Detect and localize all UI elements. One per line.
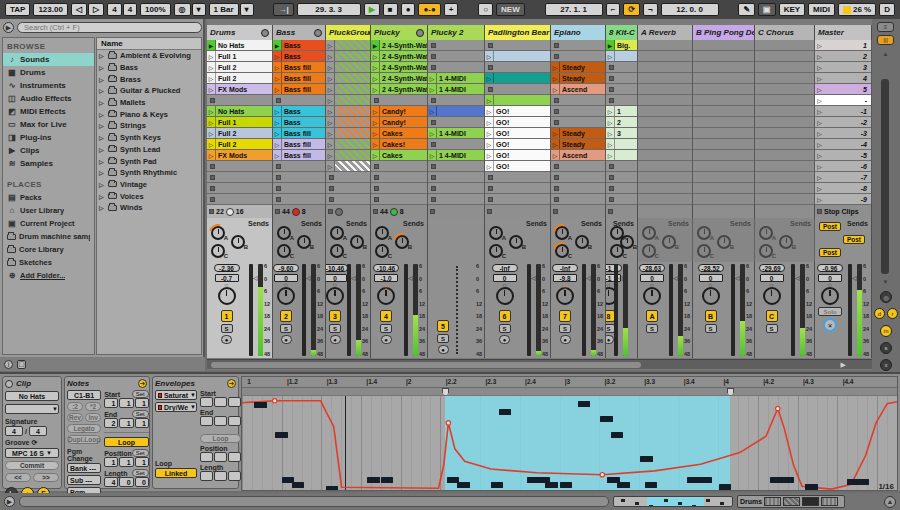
clip-play-icon[interactable]: ▷ xyxy=(207,139,216,149)
clip-slot[interactable] xyxy=(693,128,754,139)
track-header-b-ping-pong-delay[interactable]: B Ping Pong Delay xyxy=(693,25,755,40)
clip-slot[interactable] xyxy=(371,194,427,205)
clip-slot[interactable]: ▷ xyxy=(326,161,370,172)
fader-lane[interactable]: ◁6061218243648 xyxy=(344,262,370,358)
volume-display[interactable]: -28.63 xyxy=(639,264,665,272)
volume-display[interactable]: -9.60 xyxy=(273,264,299,272)
clip-slot[interactable] xyxy=(371,183,427,194)
clip-slot[interactable] xyxy=(551,194,605,205)
clip-slot[interactable]: ▷GO! xyxy=(485,150,550,161)
clip[interactable]: ▷ xyxy=(606,51,637,61)
clip-slot[interactable] xyxy=(638,106,692,117)
sub-select[interactable]: Sub --- xyxy=(67,475,101,485)
clip[interactable]: ▷Full 2 xyxy=(207,73,272,83)
expand-triangle-icon[interactable]: ▷ xyxy=(99,52,105,59)
solo-button[interactable]: S xyxy=(705,324,717,333)
env-len-beats[interactable] xyxy=(214,471,227,481)
track-stop-button[interactable] xyxy=(209,209,214,214)
send-b-knob[interactable]: B xyxy=(779,235,793,249)
scroll-down-arrow[interactable]: ▼ xyxy=(877,277,894,287)
clip-stop-button[interactable] xyxy=(431,120,436,125)
solo-button[interactable]: S xyxy=(380,324,392,333)
expand-triangle-icon[interactable]: ▷ xyxy=(99,87,105,94)
clip-play-icon[interactable]: ▷ xyxy=(273,84,282,94)
clip-play-icon[interactable]: ▷ xyxy=(606,139,615,149)
send-b-knob[interactable]: B xyxy=(297,235,311,249)
clip-slot[interactable] xyxy=(326,194,370,205)
clip-slot[interactable] xyxy=(755,150,814,161)
clip-slot[interactable]: ▷Bass xyxy=(273,51,325,62)
clip-slot[interactable] xyxy=(755,183,814,194)
reverse-button[interactable]: Rev xyxy=(67,413,83,422)
clip-play-icon[interactable]: ▷ xyxy=(485,73,494,83)
show-io-toggle[interactable]: ◎ xyxy=(880,291,892,303)
clip-play-icon[interactable]: ▷ xyxy=(606,117,615,127)
clip-slot[interactable] xyxy=(693,73,754,84)
fader-thumb[interactable]: ◁ xyxy=(618,274,623,281)
clip-slot[interactable]: ▷ xyxy=(326,51,370,62)
clip[interactable]: ▷1 4-MIDI xyxy=(428,128,484,138)
clip-stop-button[interactable] xyxy=(488,197,493,202)
clip-slot[interactable] xyxy=(207,95,272,106)
clip-play-icon[interactable]: ▷ xyxy=(326,40,335,50)
group-slot[interactable]: ▷ xyxy=(326,51,370,61)
clip-slot[interactable]: ▷GO! xyxy=(485,106,550,117)
clip-slot[interactable]: ▷ xyxy=(606,150,637,161)
expand-triangle-icon[interactable]: ▷ xyxy=(99,111,105,118)
clip-play-icon[interactable]: ▷ xyxy=(371,51,380,61)
clip-stop-button[interactable] xyxy=(431,175,436,180)
clip[interactable]: ▷No Hats xyxy=(207,106,272,116)
clip-slot[interactable] xyxy=(755,62,814,73)
midi-note[interactable] xyxy=(640,456,652,462)
send-a-knob[interactable]: A xyxy=(277,226,291,240)
solo-button[interactable]: S xyxy=(766,324,778,333)
clip-slot[interactable]: ▷1 4-MIDI xyxy=(428,73,484,84)
track-number-button[interactable]: 2 xyxy=(280,310,292,322)
clip-slot[interactable]: ▷Ascend xyxy=(551,84,605,95)
env-end-beats[interactable] xyxy=(214,416,227,426)
clip-play-icon[interactable]: ▷ xyxy=(551,150,560,160)
clip[interactable]: ▷Full 1 xyxy=(207,117,272,127)
clip-slot[interactable] xyxy=(273,161,325,172)
clip[interactable]: ▶Bass xyxy=(273,40,325,50)
fader-thumb[interactable]: ◁ xyxy=(253,274,258,281)
fader-lane[interactable]: ◁6061218243648 xyxy=(299,262,325,358)
clip-slot[interactable] xyxy=(638,40,692,51)
group-slot[interactable]: ▷ xyxy=(326,84,370,94)
scene-row[interactable]: ▷-7 xyxy=(815,172,871,182)
stop-clips-label[interactable]: Stop Clips xyxy=(824,208,859,215)
volume-display[interactable]: -2.36 xyxy=(214,264,240,272)
clip-stop-button[interactable] xyxy=(488,43,493,48)
sidebar-item-instruments[interactable]: ∿Instruments xyxy=(3,79,94,92)
clip-slot[interactable] xyxy=(428,183,484,194)
pan-knob[interactable]: ▽ xyxy=(763,287,781,305)
pan-knob[interactable]: ▽ xyxy=(702,287,720,305)
clip-slot[interactable]: ▷Cakes xyxy=(371,128,427,139)
scroll-up-arrow[interactable]: ▲ xyxy=(877,49,894,59)
arm-button[interactable]: ● xyxy=(438,345,449,354)
start-value-field[interactable]: 1 xyxy=(104,398,118,408)
clip-slot[interactable] xyxy=(551,172,605,183)
pos-value-field[interactable]: 1 xyxy=(119,457,133,467)
clip-stop-button[interactable] xyxy=(374,98,379,103)
clip-play-icon[interactable]: ▷ xyxy=(428,73,437,83)
clip-stop-button[interactable] xyxy=(554,98,559,103)
gain-field[interactable]: -9.8 xyxy=(553,274,577,282)
midi-note[interactable] xyxy=(254,402,266,408)
clip-stop-button[interactable] xyxy=(554,164,559,169)
midi-note[interactable] xyxy=(545,482,557,488)
clip-slot[interactable]: ▷3 xyxy=(606,128,637,139)
double-time-button[interactable]: *2 xyxy=(85,402,101,411)
clip-stop-button[interactable] xyxy=(609,98,614,103)
clip-slot[interactable] xyxy=(755,84,814,95)
clip[interactable]: ▷Bass xyxy=(273,106,325,116)
pan-knob[interactable]: ▽ xyxy=(821,287,839,305)
clip-slot[interactable]: ▷Full 2 xyxy=(207,139,272,150)
clip-stop-button[interactable] xyxy=(431,142,436,147)
clip-slot[interactable] xyxy=(755,161,814,172)
folder-row[interactable]: ▷Vintage xyxy=(97,179,201,191)
folder-row[interactable]: ▷Voices xyxy=(97,190,201,202)
scene-slot[interactable]: ▷5 xyxy=(815,84,871,95)
clip-stop-button[interactable] xyxy=(609,65,614,70)
clip[interactable]: ▷Bass fill xyxy=(273,139,325,149)
